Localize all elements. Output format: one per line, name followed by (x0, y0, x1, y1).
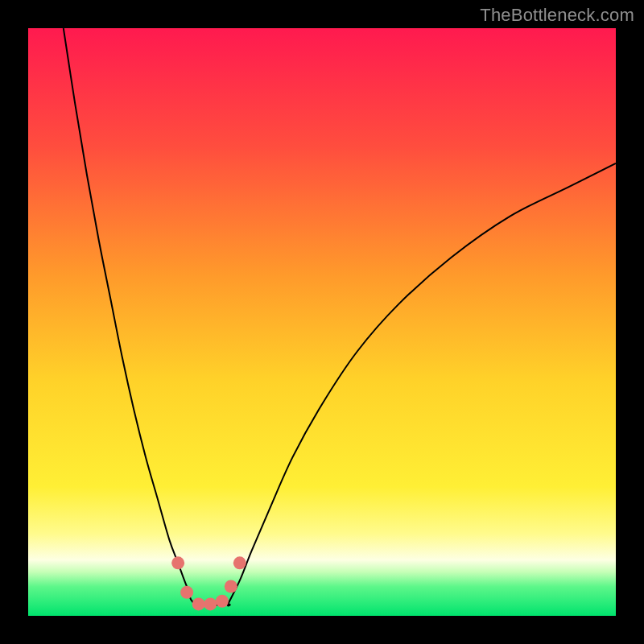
gradient-background (28, 28, 616, 616)
trough-marker (216, 595, 229, 608)
trough-marker (192, 597, 205, 610)
trough-marker (225, 580, 237, 593)
trough-marker (204, 597, 217, 610)
trough-marker (180, 586, 193, 599)
trough-marker (171, 556, 184, 569)
plot-area (28, 28, 616, 616)
watermark-text: TheBottleneck.com (480, 5, 634, 26)
chart-svg (28, 28, 616, 616)
chart-frame: { "watermark": "TheBottleneck.com", "cha… (0, 0, 644, 644)
trough-marker (233, 556, 246, 569)
